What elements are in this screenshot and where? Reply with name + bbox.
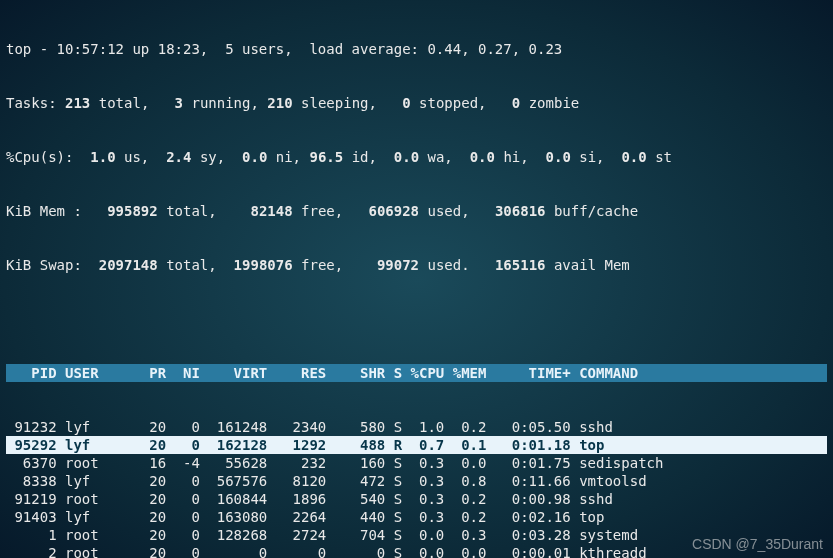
mem-used: 606928 — [343, 203, 427, 219]
mem-free: 82148 — [217, 203, 301, 219]
cpu-ni: 0.0 — [225, 149, 276, 165]
summary-cpu: %Cpu(s): 1.0 us, 2.4 sy, 0.0 ni, 96.5 id… — [6, 148, 827, 166]
cpu-hi: 0.0 — [453, 149, 504, 165]
process-row[interactable]: 91219 root 20 0 160844 1896 540 S 0.3 0.… — [6, 490, 827, 508]
mem-buffcache: 306816 — [470, 203, 554, 219]
cpu-st: 0.0 — [605, 149, 656, 165]
swap-used: 99072 — [343, 257, 427, 273]
swap-total: 2097148 — [82, 257, 166, 273]
cpu-sy: 2.4 — [149, 149, 200, 165]
tasks-label: Tasks: — [6, 95, 57, 111]
swap-label: KiB Swap: — [6, 257, 82, 273]
cpu-us: 1.0 — [73, 149, 124, 165]
tasks-sleeping: 210 — [259, 95, 301, 111]
column-header[interactable]: PID USER PR NI VIRT RES SHR S %CPU %MEM … — [6, 364, 827, 382]
swap-avail: 165116 — [470, 257, 554, 273]
process-row[interactable]: 95292 lyf 20 0 162128 1292 488 R 0.7 0.1… — [6, 436, 827, 454]
terminal-screen[interactable]: top - 10:57:12 up 18:23, 5 users, load a… — [0, 0, 833, 558]
cpu-label: %Cpu(s): — [6, 149, 73, 165]
summary-swap: KiB Swap: 2097148 total, 1998076 free, 9… — [6, 256, 827, 274]
cpu-si: 0.0 — [529, 149, 580, 165]
tasks-zombie: 0 — [487, 95, 529, 111]
cpu-wa: 0.0 — [377, 149, 428, 165]
tasks-total: 213 — [57, 95, 99, 111]
summary-uptime: top - 10:57:12 up 18:23, 5 users, load a… — [6, 40, 827, 58]
process-row[interactable]: 6370 root 16 -4 55628 232 160 S 0.3 0.0 … — [6, 454, 827, 472]
process-row[interactable]: 91232 lyf 20 0 161248 2340 580 S 1.0 0.2… — [6, 418, 827, 436]
summary-mem: KiB Mem : 995892 total, 82148 free, 6069… — [6, 202, 827, 220]
process-row[interactable]: 8338 lyf 20 0 567576 8120 472 S 0.3 0.8 … — [6, 472, 827, 490]
mem-label: KiB Mem : — [6, 203, 82, 219]
cpu-id: 96.5 — [301, 149, 352, 165]
tasks-stopped: 0 — [377, 95, 419, 111]
watermark: CSDN @7_35Durant — [692, 536, 823, 552]
blank-line — [6, 310, 827, 328]
swap-free: 1998076 — [217, 257, 301, 273]
mem-total: 995892 — [82, 203, 166, 219]
tasks-running: 3 — [149, 95, 191, 111]
process-row[interactable]: 91403 lyf 20 0 163080 2264 440 S 0.3 0.2… — [6, 508, 827, 526]
summary-tasks: Tasks: 213 total, 3 running, 210 sleepin… — [6, 94, 827, 112]
